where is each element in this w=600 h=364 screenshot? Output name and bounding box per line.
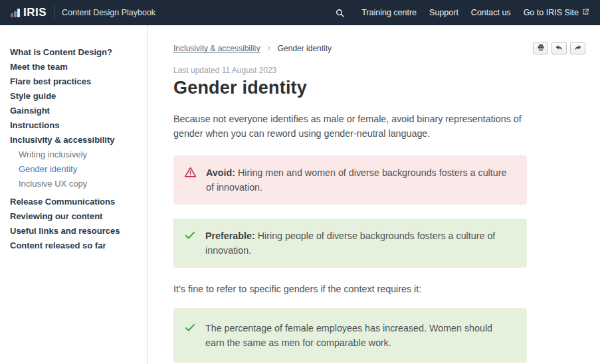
callout-avoid: Avoid: Hiring men and women of diverse b…	[173, 155, 527, 205]
callout-example-good: The percentage of female employees has i…	[173, 308, 527, 363]
nav-link-contact-us[interactable]: Contact us	[471, 8, 511, 17]
sidebar-item-gender-identity[interactable]: Gender identity	[10, 162, 140, 177]
breadcrumb-toolbar-row: Inclusivity & accessibility Gender ident…	[173, 42, 585, 54]
external-link-icon	[582, 8, 589, 17]
printer-icon	[537, 43, 545, 54]
print-button[interactable]	[533, 42, 548, 54]
sidebar-item-what-is-content-design[interactable]: What is Content Design?	[10, 45, 140, 60]
check-icon	[184, 321, 196, 333]
logo-divider	[54, 6, 54, 19]
sidebar: What is Content Design?Meet the teamFlar…	[0, 25, 148, 364]
sidebar-item-useful-links-and-resources[interactable]: Useful links and resources	[10, 224, 140, 238]
page-title: Gender identity	[173, 78, 527, 98]
product-name: Content Design Playbook	[62, 8, 155, 17]
sidebar-item-instructions[interactable]: Instructions	[10, 118, 140, 133]
sidebar-item-content-released-so-far[interactable]: Content released so far	[10, 238, 140, 253]
search-icon[interactable]	[335, 8, 345, 18]
breadcrumb: Inclusivity & accessibility Gender ident…	[173, 44, 332, 53]
forward-button[interactable]	[570, 42, 585, 54]
check-icon	[184, 229, 196, 241]
nav-link-support[interactable]: Support	[429, 8, 458, 17]
sidebar-item-style-guide[interactable]: Style guide	[10, 89, 140, 104]
callout-preferable: Preferable: Hiring people of diverse bac…	[173, 219, 527, 268]
last-updated-label: Last updated 11 August 2023	[173, 66, 527, 75]
main-content: Inclusivity & accessibility Gender ident…	[148, 25, 600, 364]
sidebar-item-writing-inclusively[interactable]: Writing inclusively	[10, 147, 140, 162]
nav-link-go-to-iris-site[interactable]: Go to IRIS Site	[524, 8, 589, 17]
iris-logo-bars-icon	[11, 9, 20, 17]
sidebar-item-gainsight[interactable]: Gainsight	[10, 104, 140, 118]
intro-paragraph: Because not everyone identifies as male …	[173, 112, 527, 141]
sidebar-item-release-communications[interactable]: Release Communications	[10, 195, 140, 209]
sidebar-item-reviewing-our-content[interactable]: Reviewing our content	[10, 209, 140, 224]
topic-toolbar	[530, 42, 585, 54]
back-arrow-icon	[555, 43, 563, 54]
nav-link-training-centre[interactable]: Training centre	[361, 8, 417, 17]
sidebar-item-flare-best-practices[interactable]: Flare best practices	[10, 74, 140, 89]
iris-logo[interactable]: IRIS Content Design Playbook	[11, 6, 155, 19]
app-header: IRIS Content Design Playbook Training ce…	[0, 0, 600, 25]
topic-body: Last updated 11 August 2023 Gender ident…	[173, 66, 527, 363]
header-nav: Training centreSupportContact usGo to IR…	[335, 8, 589, 18]
forward-arrow-icon	[573, 43, 582, 54]
breadcrumb-current: Gender identity	[278, 44, 332, 53]
sidebar-nav-list: What is Content Design?Meet the teamFlar…	[10, 45, 140, 253]
back-button[interactable]	[551, 42, 567, 54]
sidebar-item-meet-the-team[interactable]: Meet the team	[10, 60, 140, 74]
callout-text: Preferable: Hiring people of diverse bac…	[205, 228, 514, 258]
chevron-right-icon	[266, 44, 272, 53]
callout-text: Avoid: Hiring men and women of diverse b…	[206, 165, 514, 195]
sidebar-item-inclusivity-accessibility[interactable]: Inclusivity & accessibility	[10, 133, 140, 147]
warning-triangle-icon	[184, 166, 197, 179]
breadcrumb-parent-link[interactable]: Inclusivity & accessibility	[173, 44, 260, 53]
brand-name: IRIS	[23, 6, 47, 19]
callout-list: Avoid: Hiring men and women of diverse b…	[173, 155, 527, 268]
mid-paragraph: It’s fine to refer to specific genders i…	[173, 282, 527, 296]
sidebar-item-inclusive-ux-copy[interactable]: Inclusive UX copy	[10, 177, 140, 191]
callout-text: The percentage of female employees has i…	[205, 321, 514, 350]
